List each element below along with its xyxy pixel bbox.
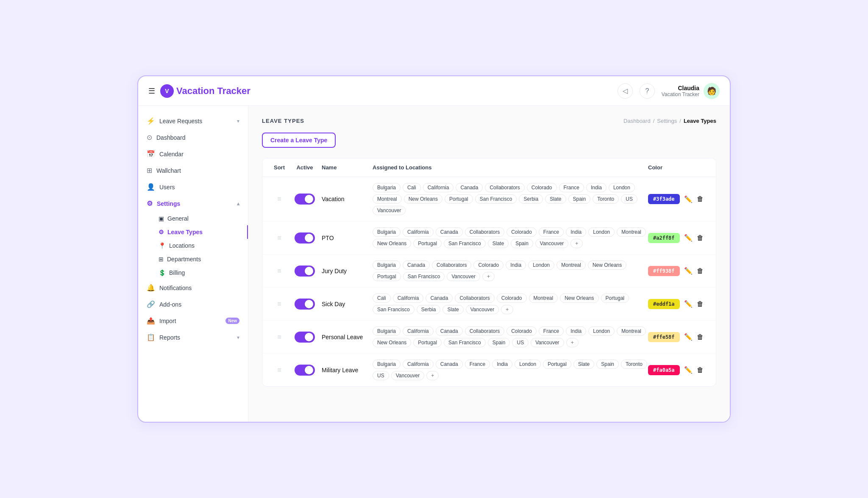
sidebar-item-leave-requests[interactable]: ⚡ Leave Requests ▾ <box>138 113 248 129</box>
toggle-jury-duty[interactable] <box>288 266 322 277</box>
edit-icon[interactable]: ✏️ <box>684 366 693 374</box>
tag: Collaborators <box>465 326 504 336</box>
tag: San Francisco <box>403 272 445 281</box>
tag: Portugal <box>413 338 442 347</box>
sidebar-label: Settings <box>157 200 233 207</box>
sidebar-item-notifications[interactable]: 🔔 Notifications <box>138 279 248 296</box>
edit-icon[interactable]: ✏️ <box>684 195 693 203</box>
drag-handle-sick-day[interactable]: ≡ <box>271 300 288 308</box>
drag-handle-jury-duty[interactable]: ≡ <box>271 267 288 275</box>
tag: Collaborators <box>465 227 504 237</box>
sidebar-item-addons[interactable]: 🔗 Add-ons <box>138 296 248 313</box>
tag: Montreal <box>529 293 558 303</box>
sidebar-item-dashboard[interactable]: ⊙ Dashboard <box>138 129 248 146</box>
tags-jury-duty: Bulgaria Canada Collaborators Colorado I… <box>373 260 648 281</box>
sidebar-subitem-locations[interactable]: 📍 Locations <box>159 239 248 252</box>
more-tags-button[interactable]: + <box>426 371 439 380</box>
sidebar-subitem-leave-types[interactable]: ⚙ Leave Types <box>159 225 248 239</box>
wallchart-icon: ⊞ <box>147 166 152 174</box>
tag: London <box>515 360 541 369</box>
toggle-pto[interactable] <box>288 232 322 243</box>
edit-icon[interactable]: ✏️ <box>684 300 693 308</box>
sidebar-item-wallchart[interactable]: ⊞ Wallchart <box>138 162 248 179</box>
col-name-header: Name <box>322 164 373 171</box>
more-tags-button[interactable]: + <box>570 239 583 248</box>
color-sick-day: #eddf1a ✏️ 🗑 <box>648 299 707 309</box>
sidebar-label: Reports <box>159 334 233 341</box>
more-tags-button[interactable]: + <box>566 338 579 347</box>
tag: Colorado <box>506 227 537 237</box>
color-pto: #a2ff8f ✏️ 🗑 <box>648 233 707 243</box>
color-personal-leave: #ffe58f ✏️ 🗑 <box>648 332 707 342</box>
delete-icon[interactable]: 🗑 <box>697 234 704 242</box>
avatar[interactable]: 🧑 <box>704 83 720 99</box>
hamburger-icon[interactable]: ☰ <box>148 86 155 96</box>
create-leave-type-button[interactable]: Create a Leave Type <box>262 133 336 148</box>
table-row: ≡ Vacation Bulgaria Cali California Cana… <box>262 177 716 221</box>
toggle-personal-leave[interactable] <box>288 332 322 343</box>
sidebar-label: Calendar <box>159 151 239 158</box>
sidebar-item-settings[interactable]: ⚙ Settings ▴ <box>138 195 248 212</box>
edit-icon[interactable]: ✏️ <box>684 234 693 242</box>
sidebar-label: Add-ons <box>159 301 239 308</box>
tag: Colorado <box>506 326 537 336</box>
tag: New Orleans <box>560 293 598 303</box>
user-name: Claudia <box>662 85 699 91</box>
tag: Vancouver <box>535 239 568 248</box>
leave-types-table: Sort Active Name Assigned to Locations C… <box>262 158 716 387</box>
breadcrumb-settings[interactable]: Settings <box>657 118 677 124</box>
edit-icon[interactable]: ✏️ <box>684 333 693 341</box>
tag: California <box>403 326 434 336</box>
delete-icon[interactable]: 🗑 <box>697 366 704 374</box>
tags-personal-leave: Bulgaria California Canada Collaborators… <box>373 326 648 347</box>
tag: Bulgaria <box>373 326 401 336</box>
drag-handle-military-leave[interactable]: ≡ <box>271 366 288 374</box>
sidebar-subitem-general[interactable]: ▣ General <box>159 212 248 225</box>
color-vacation: #3f3ade ✏️ 🗑 <box>648 194 707 204</box>
breadcrumb-dashboard[interactable]: Dashboard <box>623 118 651 124</box>
table-header: Sort Active Name Assigned to Locations C… <box>262 158 716 177</box>
delete-icon[interactable]: 🗑 <box>697 195 704 203</box>
drag-handle-pto[interactable]: ≡ <box>271 234 288 242</box>
header: ☰ V Vacation Tracker ◁ ? Claudia Vacatio… <box>138 76 730 106</box>
notification-button[interactable]: ◁ <box>618 83 633 99</box>
sidebar-item-users[interactable]: 👤 Users <box>138 179 248 195</box>
tag: Bulgaria <box>373 360 401 369</box>
more-tags-button[interactable]: + <box>501 305 513 314</box>
drag-handle-personal-leave[interactable]: ≡ <box>271 333 288 341</box>
tag: Portugal <box>543 360 571 369</box>
delete-icon[interactable]: 🗑 <box>697 333 704 341</box>
sidebar-item-import[interactable]: 📤 Import New <box>138 313 248 329</box>
edit-icon[interactable]: ✏️ <box>684 267 693 275</box>
sidebar-item-calendar[interactable]: 📅 Calendar <box>138 146 248 162</box>
sidebar-subitem-billing[interactable]: 💲 Billing <box>159 266 248 279</box>
toggle-military-leave[interactable] <box>288 365 322 376</box>
tag: Toronto <box>593 194 619 204</box>
sidebar-subitem-departments[interactable]: ⊞ Departments <box>159 252 248 266</box>
sidebar-label: Notifications <box>159 285 239 291</box>
sidebar-label: Wallchart <box>156 167 239 174</box>
delete-icon[interactable]: 🗑 <box>697 267 704 275</box>
tag: Slate <box>545 194 566 204</box>
sidebar-item-reports[interactable]: 📋 Reports ▾ <box>138 329 248 346</box>
notification-icon: 🔔 <box>147 284 155 292</box>
color-badge: #ffe58f <box>648 332 680 342</box>
tag: San Francisco <box>373 305 415 314</box>
tag: San Francisco <box>444 338 486 347</box>
leave-name-pto: PTO <box>322 235 373 241</box>
tag: Montreal <box>617 227 646 237</box>
logo-text: Vacation Tracker <box>176 86 250 97</box>
help-button[interactable]: ? <box>640 83 655 99</box>
toggle-sick-day[interactable] <box>288 299 322 310</box>
drag-handle-vacation[interactable]: ≡ <box>271 195 288 203</box>
tag: Spain <box>596 360 619 369</box>
sidebar-sub-label: Leave Types <box>167 229 203 235</box>
delete-icon[interactable]: 🗑 <box>697 300 704 308</box>
settings-icon: ⚙ <box>147 199 153 208</box>
table-row: ≡ Jury Duty Bulgaria Canada Collaborator… <box>262 255 716 288</box>
more-tags-button[interactable]: + <box>482 272 495 281</box>
toggle-vacation[interactable] <box>288 194 322 205</box>
sidebar: ⚡ Leave Requests ▾ ⊙ Dashboard 📅 Calenda… <box>138 106 248 422</box>
col-locations-header: Assigned to Locations <box>373 164 648 171</box>
tag: Bulgaria <box>373 260 401 270</box>
